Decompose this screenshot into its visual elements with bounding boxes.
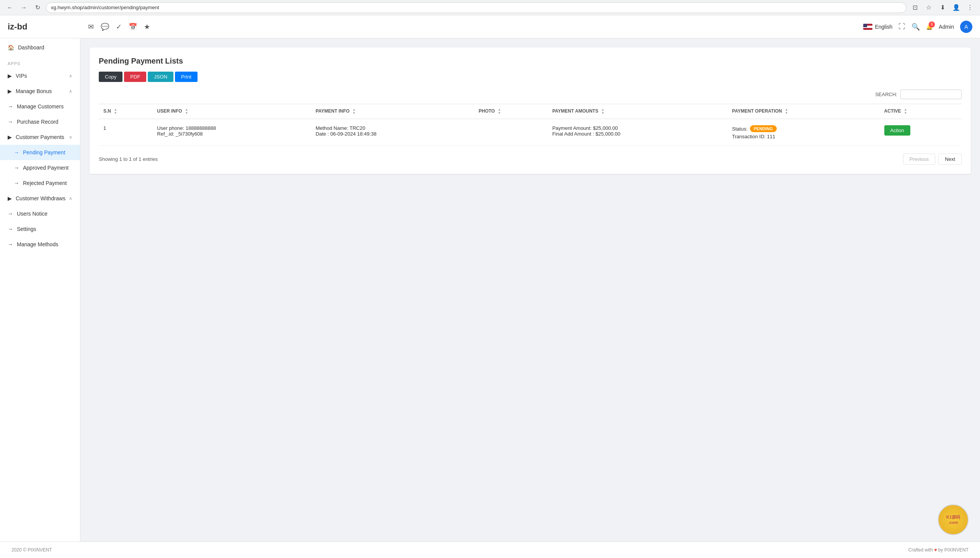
showing-entries: Showing 1 to 1 of 1 entries bbox=[99, 156, 158, 162]
sidebar-vips-label: VIPs bbox=[16, 73, 27, 79]
chevron-down-icon: ∧ bbox=[69, 73, 72, 79]
search-label: SEARCH: bbox=[875, 92, 897, 97]
cell-payment-info: Method Name: TRC20 Date : 06-09-2024 18:… bbox=[311, 119, 474, 146]
mail-icon[interactable]: ✉ bbox=[88, 23, 94, 31]
status-label-text: Status: bbox=[732, 126, 747, 132]
sort-arrows-operation[interactable]: ▲▼ bbox=[785, 108, 788, 115]
header-icons: ✉ 💬 ✓ 📅 ★ bbox=[88, 23, 863, 31]
cell-sn: 1 bbox=[99, 119, 152, 146]
play-icon-bonus: ▶ bbox=[8, 88, 12, 94]
sidebar-item-vips[interactable]: ▶ VIPs ∧ bbox=[0, 68, 80, 84]
translate-icon[interactable]: ⊡ bbox=[910, 2, 920, 13]
json-button[interactable]: JSON bbox=[148, 72, 173, 82]
sidebar-item-pending-payment[interactable]: → Pending Payment bbox=[0, 145, 80, 160]
notifications-button[interactable]: 🔔 6 bbox=[926, 24, 933, 30]
bookmark-icon[interactable]: ☆ bbox=[923, 2, 934, 13]
transaction-id: Transaction ID: 111 bbox=[732, 134, 875, 140]
sidebar-item-dashboard[interactable]: 🏠 Dashboard bbox=[0, 38, 80, 57]
language-selector[interactable]: English bbox=[863, 24, 892, 30]
sidebar-item-manage-methods[interactable]: → Manage Methods bbox=[0, 237, 80, 252]
arrow-right-icon-notice: → bbox=[8, 211, 13, 217]
forward-button[interactable]: → bbox=[18, 2, 29, 13]
chat-icon[interactable]: 💬 bbox=[101, 23, 109, 31]
sidebar-notice-label: Users Notice bbox=[17, 211, 47, 217]
sidebar-pending-label: Pending Payment bbox=[23, 149, 65, 156]
sidebar-item-manage-customers[interactable]: → Manage Customers bbox=[0, 99, 80, 114]
sidebar-item-approved-payment[interactable]: → Approved Payment bbox=[0, 160, 80, 176]
table-body: 1 User phone: 18888888888 Ref_.id: _5i73… bbox=[99, 119, 962, 146]
action-buttons-group: Copy PDF JSON Print bbox=[99, 72, 962, 82]
url-bar[interactable] bbox=[46, 2, 906, 13]
home-icon: 🏠 bbox=[8, 44, 14, 51]
top-header: iz-bd ✉ 💬 ✓ 📅 ★ English ⛶ 🔍 🔔 6 Admin A bbox=[0, 15, 980, 38]
pagination: Previous Next bbox=[903, 154, 962, 165]
page-title: Pending Payment Lists bbox=[99, 57, 962, 66]
pdf-button[interactable]: PDF bbox=[124, 72, 146, 82]
profile-icon[interactable]: 👤 bbox=[951, 2, 962, 13]
col-sn: S.N ▲▼ bbox=[99, 104, 152, 119]
table-row: 1 User phone: 18888888888 Ref_.id: _5i73… bbox=[99, 119, 962, 146]
sort-arrows-amounts[interactable]: ▲▼ bbox=[601, 108, 604, 115]
sidebar-item-customers-left: → Manage Customers bbox=[8, 103, 64, 110]
main-content: Pending Payment Lists Copy PDF JSON Prin… bbox=[80, 38, 980, 542]
content-card: Pending Payment Lists Copy PDF JSON Prin… bbox=[90, 48, 971, 174]
app-container: iz-bd ✉ 💬 ✓ 📅 ★ English ⛶ 🔍 🔔 6 Admin A bbox=[0, 15, 980, 558]
final-add-amount: Final Add Amount : $25,000.00 bbox=[552, 131, 723, 137]
sort-arrows-photo[interactable]: ▲▼ bbox=[497, 108, 501, 115]
sidebar-item-withdraws-left: ▶ Customer Withdraws bbox=[8, 195, 65, 202]
sidebar-item-notice-left: → Users Notice bbox=[8, 211, 47, 217]
status-badge: PENDING bbox=[750, 125, 777, 132]
print-button[interactable]: Print bbox=[175, 72, 198, 82]
avatar[interactable]: A bbox=[960, 21, 972, 33]
sidebar-rejected-label: Rejected Payment bbox=[23, 180, 67, 186]
user-phone: User phone: 18888888888 bbox=[157, 125, 306, 131]
copy-button[interactable]: Copy bbox=[99, 72, 123, 82]
arrow-right-icon-approved: → bbox=[14, 165, 19, 171]
table-header-row: S.N ▲▼ USER INFO ▲▼ PAYMENT INFO ▲▼ bbox=[99, 104, 962, 119]
col-payment-amounts: PAYMENT AMOUNTS ▲▼ bbox=[548, 104, 728, 119]
sidebar-withdraws-label: Customer Withdraws bbox=[16, 195, 65, 202]
check-icon[interactable]: ✓ bbox=[116, 23, 122, 31]
sort-arrows-sn[interactable]: ▲▼ bbox=[114, 108, 117, 115]
sidebar-item-purchase-record[interactable]: → Purchase Record bbox=[0, 114, 80, 130]
sort-arrows-active[interactable]: ▲▼ bbox=[904, 108, 907, 115]
download-icon[interactable]: ⬇ bbox=[937, 2, 948, 13]
table-header: S.N ▲▼ USER INFO ▲▼ PAYMENT INFO ▲▼ bbox=[99, 104, 962, 119]
footer-crafted: Crafted with ♥ by PIXINVENT bbox=[908, 547, 969, 553]
action-button[interactable]: Action bbox=[884, 125, 910, 136]
sidebar-item-customer-payments[interactable]: ▶ Customer Payments ∨ bbox=[0, 130, 80, 145]
footer: 2020 © PIXINVENT Crafted with ♥ by PIXIN… bbox=[0, 542, 980, 558]
col-payment-info: PAYMENT INFO ▲▼ bbox=[311, 104, 474, 119]
play-icon: ▶ bbox=[8, 73, 12, 79]
star-icon[interactable]: ★ bbox=[144, 23, 150, 31]
menu-icon[interactable]: ⋮ bbox=[965, 2, 975, 13]
sidebar-item-users-notice[interactable]: → Users Notice bbox=[0, 206, 80, 222]
sidebar-item-rejected-payment[interactable]: → Rejected Payment bbox=[0, 176, 80, 191]
sidebar-bonus-label: Manage Bonus bbox=[16, 88, 52, 94]
sidebar-item-customer-withdraws[interactable]: ▶ Customer Withdraws ∧ bbox=[0, 191, 80, 206]
play-icon-payments: ▶ bbox=[8, 134, 12, 140]
search-input[interactable] bbox=[900, 90, 962, 99]
browser-chrome: ← → ↻ ⊡ ☆ ⬇ 👤 ⋮ bbox=[0, 0, 980, 15]
sidebar-approved-label: Approved Payment bbox=[23, 165, 69, 171]
next-button[interactable]: Next bbox=[938, 154, 962, 165]
language-label: English bbox=[875, 24, 892, 30]
sidebar-item-settings[interactable]: → Settings bbox=[0, 222, 80, 237]
play-icon-withdraws: ▶ bbox=[8, 195, 12, 202]
reload-button[interactable]: ↻ bbox=[32, 2, 43, 13]
search-container: SEARCH: bbox=[99, 90, 962, 99]
cell-payment-amounts: Payment Amount: $25,000.00 Final Add Amo… bbox=[548, 119, 728, 146]
calendar-icon[interactable]: 📅 bbox=[129, 23, 137, 31]
fullscreen-icon[interactable]: ⛶ bbox=[898, 23, 905, 31]
status-row: Status: PENDING bbox=[732, 125, 875, 132]
footer-copyright: 2020 © PIXINVENT bbox=[11, 547, 52, 553]
search-icon[interactable]: 🔍 bbox=[911, 23, 920, 31]
arrow-right-icon-methods: → bbox=[8, 241, 13, 248]
sort-arrows-payment-info[interactable]: ▲▼ bbox=[352, 108, 356, 115]
back-button[interactable]: ← bbox=[5, 2, 15, 13]
sidebar-item-manage-bonus[interactable]: ▶ Manage Bonus ∧ bbox=[0, 84, 80, 99]
previous-button[interactable]: Previous bbox=[903, 154, 936, 165]
sort-arrows-user-info[interactable]: ▲▼ bbox=[185, 108, 188, 115]
cell-photo bbox=[474, 119, 547, 146]
sidebar-payments-label: Customer Payments bbox=[16, 134, 64, 140]
